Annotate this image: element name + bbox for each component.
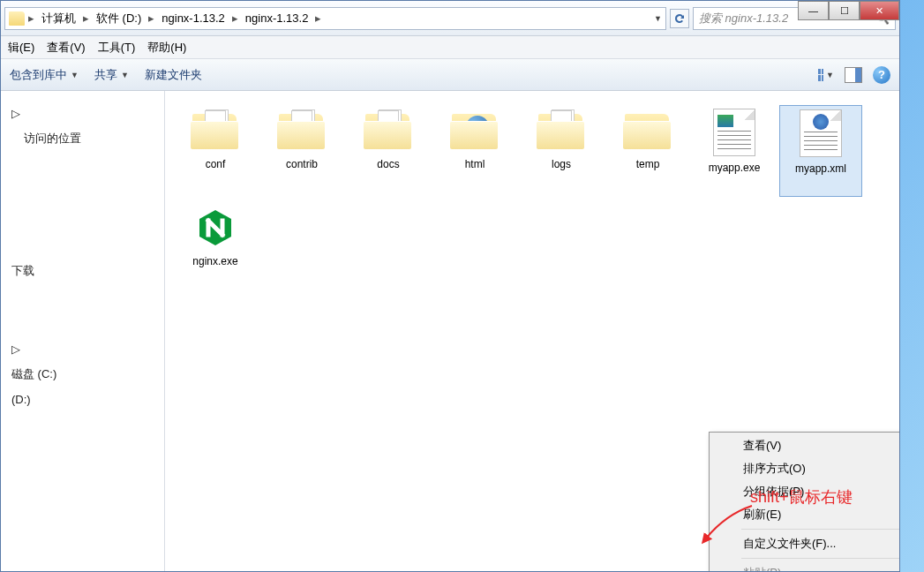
window-controls: — ☐ ✕ xyxy=(798,1,899,20)
sidebar-item[interactable]: ▷ xyxy=(8,102,157,125)
folder-icon xyxy=(621,109,674,153)
folder-icon xyxy=(448,109,501,153)
breadcrumb-segment[interactable]: 软件 (D:) xyxy=(91,11,146,26)
chevron-right-icon: ▸ xyxy=(146,11,156,25)
minimize-button[interactable]: — xyxy=(798,1,829,20)
dropdown-icon[interactable]: ▼ xyxy=(654,14,662,23)
file-item[interactable]: html xyxy=(433,105,516,197)
sidebar-item-diskd[interactable]: (D:) xyxy=(8,388,157,411)
close-button[interactable]: ✕ xyxy=(860,1,899,20)
help-button[interactable]: ? xyxy=(873,66,890,84)
preview-pane-button[interactable] xyxy=(845,67,862,83)
file-label: docs xyxy=(377,158,399,172)
folder-icon xyxy=(9,11,25,26)
refresh-button[interactable] xyxy=(670,9,689,28)
toolbar: 包含到库中 ▼ 共享 ▼ 新建文件夹 ▼ ? xyxy=(1,59,899,91)
file-label: contrib xyxy=(286,158,318,172)
chevron-right-icon: ▸ xyxy=(26,11,36,25)
menu-tools[interactable]: 工具(T) xyxy=(98,40,136,56)
breadcrumb-segment[interactable]: nginx-1.13.2 xyxy=(240,11,314,25)
file-item[interactable]: contrib xyxy=(260,105,343,197)
context-menu-item[interactable]: 自定义文件夹(F)... xyxy=(711,532,899,555)
context-menu-item[interactable]: 排序方式(O)▶ xyxy=(711,457,899,480)
chevron-right-icon: ▸ xyxy=(313,11,323,25)
menu-label: 刷新(E) xyxy=(743,507,781,523)
file-label: myapp.xml xyxy=(795,162,846,177)
file-label: logs xyxy=(552,158,571,172)
include-in-library-button[interactable]: 包含到库中 ▼ xyxy=(10,67,79,83)
nginx-icon xyxy=(193,206,237,250)
folder-icon xyxy=(535,109,588,153)
annotation-text: shift+鼠标右键 xyxy=(750,486,853,508)
breadcrumb-segment[interactable]: nginx-1.13.2 xyxy=(156,11,230,25)
breadcrumb[interactable]: ▸ 计算机 ▸ 软件 (D:) ▸ nginx-1.13.2 ▸ nginx-1… xyxy=(4,7,666,30)
menu-bar: 辑(E) 查看(V) 工具(T) 帮助(H) xyxy=(1,36,899,59)
menu-label: 查看(V) xyxy=(743,438,781,454)
chevron-right-icon: ▸ xyxy=(230,11,240,25)
exe-icon xyxy=(713,109,755,156)
menu-label: 排序方式(O) xyxy=(743,461,806,477)
view-options-button[interactable]: ▼ xyxy=(818,67,834,83)
chevron-right-icon: ▸ xyxy=(81,11,91,25)
context-menu-item[interactable]: 查看(V)▶ xyxy=(711,434,899,457)
new-folder-button[interactable]: 新建文件夹 xyxy=(145,67,202,83)
file-label: nginx.exe xyxy=(192,255,237,269)
file-item[interactable]: conf xyxy=(174,105,257,197)
file-item[interactable]: myapp.xml xyxy=(779,105,862,197)
file-item[interactable]: temp xyxy=(606,105,689,197)
file-label: myapp.exe xyxy=(709,162,761,176)
folder-icon xyxy=(275,109,328,153)
menu-separator xyxy=(741,558,899,559)
menu-label: 粘贴(P) xyxy=(743,565,781,571)
file-label: html xyxy=(465,158,485,172)
sidebar-item-diskc[interactable]: 磁盘 (C:) xyxy=(8,361,157,388)
sidebar-item-recent[interactable]: 访问的位置 xyxy=(8,125,157,152)
sidebar-item[interactable]: ▷ xyxy=(8,337,157,361)
sidebar: ▷ 访问的位置 下载 ▷ 磁盘 (C:) (D:) xyxy=(1,91,165,571)
context-menu-item: 粘贴(P) xyxy=(711,561,899,571)
file-item[interactable]: myapp.exe xyxy=(693,105,776,197)
folder-icon xyxy=(189,109,242,153)
file-item[interactable]: logs xyxy=(520,105,603,197)
breadcrumb-segment[interactable]: 计算机 xyxy=(36,11,81,26)
navigation-bar: ▸ 计算机 ▸ 软件 (D:) ▸ nginx-1.13.2 ▸ nginx-1… xyxy=(1,1,899,36)
menu-edit[interactable]: 辑(E) xyxy=(8,40,34,56)
file-label: temp xyxy=(636,158,660,172)
maximize-button[interactable]: ☐ xyxy=(829,1,860,20)
search-placeholder: 搜索 nginx-1.13.2 xyxy=(699,11,788,26)
file-item[interactable]: docs xyxy=(347,105,430,197)
file-label: conf xyxy=(206,158,226,172)
menu-help[interactable]: 帮助(H) xyxy=(147,40,186,56)
xml-icon xyxy=(800,109,842,157)
menu-separator xyxy=(741,529,899,530)
file-item[interactable]: nginx.exe xyxy=(174,202,257,294)
share-button[interactable]: 共享 ▼ xyxy=(94,67,129,83)
folder-icon xyxy=(362,109,415,153)
menu-label: 自定义文件夹(F)... xyxy=(743,536,836,552)
sidebar-item-downloads[interactable]: 下载 xyxy=(8,258,157,284)
menu-view[interactable]: 查看(V) xyxy=(47,40,85,56)
